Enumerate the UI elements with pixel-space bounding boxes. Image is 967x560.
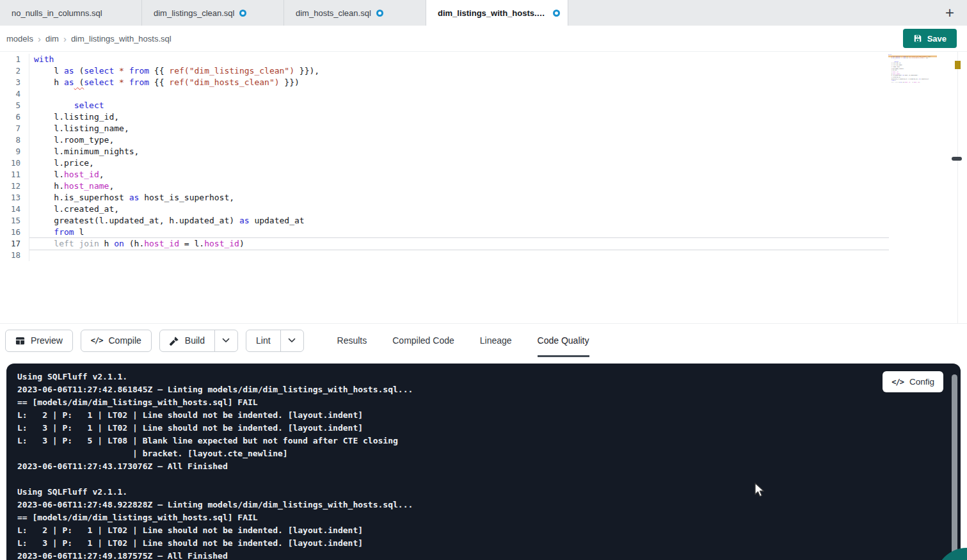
terminal-panel: Using SQLFluff v2.1.1.2023-06-06T11:27:4…	[6, 364, 961, 560]
minimap[interactable]: with l as (select * from {{ ref("dim_lis…	[888, 54, 937, 100]
config-button-label: Config	[909, 377, 934, 387]
breadcrumb-item[interactable]: dim_listings_with_hosts.sql	[71, 34, 172, 44]
new-tab-button[interactable]: +	[940, 4, 959, 22]
panel-tab-label: Lineage	[480, 335, 512, 346]
code-line: select	[29, 100, 889, 111]
code-brackets-icon: </>	[91, 336, 103, 345]
save-icon	[913, 34, 922, 43]
line-number: 7	[0, 123, 29, 134]
code-line: left join h on (h.host_id = l.host_id)	[29, 238, 889, 250]
chevron-down-icon	[288, 338, 296, 343]
file-tab[interactable]: no_nulls_in_columns.sql	[0, 0, 142, 26]
line-number-gutter: 123456789101112131415161718	[0, 54, 29, 261]
panel-tab-results[interactable]: Results	[337, 324, 367, 357]
save-button-label: Save	[927, 34, 947, 44]
line-number: 13	[0, 192, 29, 204]
terminal-line: L: 3 | P: 5 | LT08 | Blank line expected…	[17, 435, 935, 447]
breadcrumb-item[interactable]: dim	[45, 34, 59, 44]
code-line: from l	[29, 227, 889, 238]
line-number: 12	[0, 180, 29, 192]
line-number: 1	[0, 54, 29, 65]
line-number: 14	[0, 204, 29, 215]
terminal-output: Using SQLFluff v2.1.1.2023-06-06T11:27:4…	[6, 364, 961, 560]
hammer-icon	[170, 336, 179, 346]
panel-tab-code-quality[interactable]: Code Quality	[538, 324, 589, 357]
modified-dot-icon	[553, 10, 560, 17]
config-button[interactable]: </> Config	[883, 371, 943, 392]
code-line: l as (select * from {{ ref("dim_listings…	[29, 65, 889, 77]
line-number: 10	[0, 157, 29, 169]
breadcrumb-item[interactable]: models	[6, 34, 33, 44]
line-number: 5	[0, 100, 29, 111]
lint-button-group: Lint	[246, 330, 304, 352]
terminal-line: == [models/dim/dim_listings_with_hosts.s…	[17, 396, 935, 409]
line-number: 6	[0, 111, 29, 123]
terminal-line: L: 2 | P: 1 | LT02 | Line should not be …	[17, 409, 935, 422]
breadcrumb-bar: models›dim›dim_listings_with_hosts.sql S…	[0, 26, 967, 51]
terminal-scrollbar[interactable]	[952, 374, 957, 560]
code-line: greatest(l.updated_at, h.updated_at) as …	[29, 215, 889, 227]
file-tabs: no_nulls_in_columns.sqldim_listings_clea…	[0, 0, 568, 26]
terminal-line: 2023-06-06T11:27:48.922828Z — Linting mo…	[17, 499, 935, 511]
tab-bar: no_nulls_in_columns.sqldim_listings_clea…	[0, 0, 967, 26]
ruler-warning-marker	[955, 61, 961, 69]
file-tab[interactable]: dim_hosts_clean.sql	[284, 0, 426, 26]
terminal-line: L: 3 | P: 1 | LT02 | Line should not be …	[17, 422, 935, 435]
file-tab-label: dim_listings_clean.sql	[154, 8, 234, 18]
line-number: 4	[0, 88, 29, 100]
code-line: h.is_superhost as host_is_superhost,	[29, 192, 889, 204]
code-line: l.host_id,	[29, 169, 889, 180]
lint-button-label: Lint	[256, 335, 271, 346]
preview-button[interactable]: Preview	[5, 330, 73, 352]
code-line: l.price,	[29, 157, 889, 169]
code-line: h.host_name,	[29, 180, 889, 192]
lint-dropdown-button[interactable]	[280, 330, 303, 351]
line-number: 8	[0, 134, 29, 146]
panel-tab-label: Compiled Code	[392, 335, 454, 346]
file-tab[interactable]: dim_listings_with_hosts.sql	[426, 0, 568, 26]
terminal-line: | bracket. [layout.cte_newline]	[17, 447, 935, 460]
line-number: 15	[0, 215, 29, 227]
code-line	[29, 250, 889, 261]
terminal-line: Using SQLFluff v2.1.1.	[17, 371, 935, 383]
line-number: 9	[0, 146, 29, 157]
lint-button[interactable]: Lint	[246, 330, 280, 351]
panel-tab-lineage[interactable]: Lineage	[480, 324, 512, 357]
save-button[interactable]: Save	[903, 29, 957, 48]
code-brackets-icon: </>	[891, 378, 904, 387]
file-tab-label: dim_listings_with_hosts.sql	[438, 8, 548, 18]
code-area[interactable]: with l as (select * from {{ ref("dim_lis…	[29, 54, 889, 261]
compile-button[interactable]: </> Compile	[81, 330, 152, 352]
line-number: 16	[0, 227, 29, 238]
build-button[interactable]: Build	[160, 330, 214, 351]
breadcrumb: models›dim›dim_listings_with_hosts.sql	[6, 33, 172, 44]
build-button-group: Build	[159, 330, 238, 352]
terminal-line: Using SQLFluff v2.1.1.	[17, 486, 935, 499]
code-line: l.minimum_nights,	[29, 146, 889, 157]
terminal-line: L: 2 | P: 1 | LT02 | Line should not be …	[17, 524, 935, 537]
code-line: l.created_at,	[29, 204, 889, 215]
line-number: 11	[0, 169, 29, 180]
terminal-line: == [models/dim/dim_listings_with_hosts.s…	[17, 511, 935, 524]
chevron-down-icon	[222, 338, 230, 343]
code-line: h as (select * from {{ ref("dim_hosts_cl…	[29, 77, 889, 88]
panel-tabs: ResultsCompiled CodeLineageCode Quality	[337, 324, 589, 357]
modified-dot-icon	[239, 10, 246, 17]
action-toolbar: Preview </> Compile Build Lint ResultsCo…	[0, 323, 967, 357]
build-dropdown-button[interactable]	[214, 330, 237, 351]
preview-button-label: Preview	[31, 335, 63, 346]
file-tab[interactable]: dim_listings_clean.sql	[142, 0, 284, 26]
preview-table-icon	[15, 336, 25, 346]
line-number: 18	[0, 250, 29, 261]
overview-ruler	[957, 51, 958, 323]
code-editor[interactable]: 123456789101112131415161718 with l as (s…	[0, 51, 967, 323]
file-tab-label: dim_hosts_clean.sql	[296, 8, 371, 18]
terminal-line: 2023-06-06T11:27:43.173076Z — All Finish…	[17, 460, 935, 473]
minimap-line	[888, 83, 937, 85]
panel-tab-compiled-code[interactable]: Compiled Code	[392, 324, 454, 357]
breadcrumb-separator-icon: ›	[63, 33, 67, 44]
line-number: 2	[0, 65, 29, 77]
code-line	[29, 88, 889, 100]
build-button-label: Build	[185, 335, 205, 346]
panel-tab-label: Results	[337, 335, 367, 346]
